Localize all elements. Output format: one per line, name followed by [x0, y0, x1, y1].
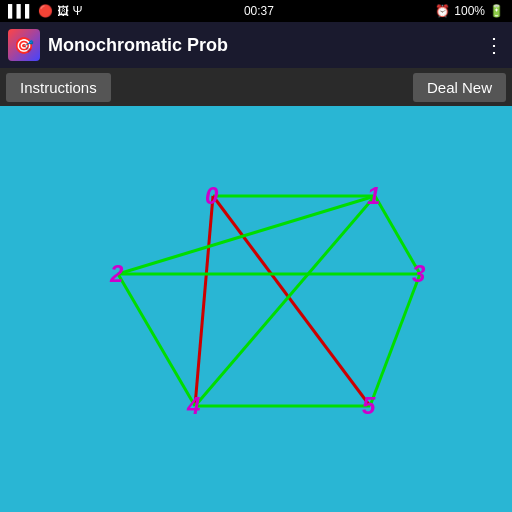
instructions-button[interactable]: Instructions [6, 73, 111, 102]
deal-new-button[interactable]: Deal New [413, 73, 506, 102]
alarm-icon: ⏰ [435, 4, 450, 18]
status-left: ▌▌▌ 🔴 🖼 Ψ [8, 4, 83, 18]
wifi-icon: 🔴 [38, 4, 53, 18]
app-title: Monochromatic Prob [48, 35, 476, 56]
usb-icon: Ψ [73, 4, 83, 18]
battery-icon: 🔋 [489, 4, 504, 18]
toolbar: Instructions Deal New [0, 68, 512, 106]
graph-canvas[interactable] [0, 106, 512, 512]
menu-button[interactable]: ⋮ [484, 33, 504, 57]
battery-text: 100% [454, 4, 485, 18]
extra-icon: 🖼 [57, 4, 69, 18]
app-icon: 🎯 [8, 29, 40, 61]
status-right: ⏰ 100% 🔋 [435, 4, 504, 18]
title-bar: 🎯 Monochromatic Prob ⋮ [0, 22, 512, 68]
status-time: 00:37 [244, 4, 274, 18]
main-area [0, 106, 512, 512]
status-bar: ▌▌▌ 🔴 🖼 Ψ 00:37 ⏰ 100% 🔋 [0, 0, 512, 22]
signal-icon: ▌▌▌ [8, 4, 34, 18]
